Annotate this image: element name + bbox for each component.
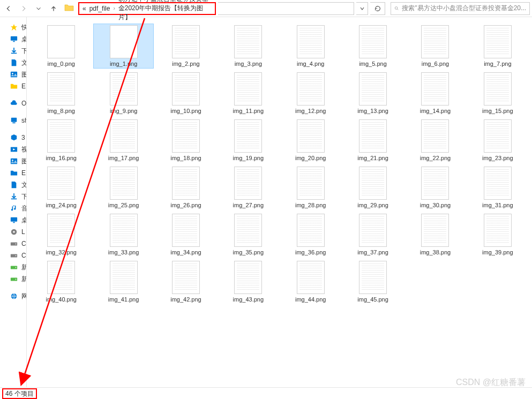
- breadcrumb-tail[interactable]: [218, 2, 354, 15]
- sidebar-item[interactable]: 下: [0, 45, 26, 57]
- sidebar-item[interactable]: E: [0, 80, 26, 92]
- sidebar-item[interactable]: sh: [0, 115, 26, 126]
- file-item[interactable]: img_35.png: [218, 212, 278, 257]
- file-item[interactable]: img_17.png: [93, 118, 153, 163]
- file-name: img_4.png: [297, 61, 324, 67]
- file-item[interactable]: img_25.png: [93, 165, 153, 210]
- sidebar-item[interactable]: O: [0, 97, 26, 109]
- sidebar-item[interactable]: 图: [0, 69, 26, 80]
- sidebar-item[interactable]: 视: [0, 144, 26, 155]
- file-item[interactable]: img_16.png: [31, 118, 91, 163]
- sidebar-item[interactable]: 文: [0, 179, 26, 191]
- file-item[interactable]: img_15.png: [468, 71, 528, 116]
- navigation-pane[interactable]: 快桌下文图EOsh3视图E文下音桌LCC新新网: [0, 17, 27, 387]
- file-item[interactable]: img_9.png: [93, 71, 153, 116]
- sidebar-item[interactable]: 文: [0, 57, 26, 69]
- back-button[interactable]: [2, 2, 15, 15]
- file-item[interactable]: img_40.png: [31, 259, 91, 304]
- sidebar-item-label: E: [21, 82, 26, 90]
- file-list[interactable]: img_0.pngimg_1.pngimg_2.pngimg_3.pngimg_…: [27, 17, 532, 387]
- breadcrumb-parent[interactable]: pdf_file: [89, 5, 110, 12]
- file-item[interactable]: img_4.png: [281, 24, 341, 69]
- breadcrumb[interactable]: « pdf_file › 易方达中小盘混合型证券投资基金2020年中期报告【转换…: [78, 2, 216, 15]
- file-item[interactable]: img_11.png: [218, 71, 278, 116]
- sidebar-item[interactable]: 快: [0, 21, 26, 33]
- file-item[interactable]: img_3.png: [218, 24, 278, 69]
- file-thumbnail: [421, 214, 449, 247]
- sidebar-item-label: 音: [21, 204, 27, 213]
- sidebar-item[interactable]: 桌: [0, 33, 26, 45]
- file-item[interactable]: img_44.png: [281, 259, 341, 304]
- file-item[interactable]: img_20.png: [281, 118, 341, 163]
- file-item[interactable]: img_45.png: [343, 259, 403, 304]
- folder-icon: [10, 169, 18, 177]
- forward-button[interactable]: [17, 2, 30, 15]
- file-item[interactable]: img_18.png: [156, 118, 216, 163]
- file-item[interactable]: img_38.png: [405, 212, 465, 257]
- file-item[interactable]: img_43.png: [218, 259, 278, 304]
- sidebar-item[interactable]: L: [0, 226, 26, 238]
- file-item[interactable]: img_22.png: [405, 118, 465, 163]
- sidebar-item-label: E: [21, 169, 26, 177]
- file-item[interactable]: img_29.png: [343, 165, 403, 210]
- sidebar-item[interactable]: 音: [0, 202, 26, 214]
- file-name: img_44.png: [295, 296, 326, 303]
- sidebar-item[interactable]: 下: [0, 191, 26, 202]
- file-item[interactable]: img_8.png: [31, 71, 91, 116]
- svg-rect-10: [11, 159, 17, 164]
- file-item[interactable]: img_34.png: [156, 212, 216, 257]
- sidebar-item-label: C: [21, 240, 26, 247]
- file-thumbnail: [47, 25, 75, 58]
- file-name: img_9.png: [110, 108, 137, 114]
- file-item[interactable]: img_13.png: [343, 71, 403, 116]
- file-item[interactable]: img_36.png: [281, 212, 341, 257]
- file-item[interactable]: img_21.png: [343, 118, 403, 163]
- sidebar-item[interactable]: 3: [0, 132, 26, 144]
- file-item[interactable]: img_37.png: [343, 212, 403, 257]
- sidebar-item[interactable]: 桌: [0, 214, 26, 226]
- file-item[interactable]: img_23.png: [468, 118, 528, 163]
- file-item[interactable]: img_33.png: [93, 212, 153, 257]
- file-item[interactable]: img_42.png: [156, 259, 216, 304]
- sidebar-item-label: 3: [21, 134, 25, 141]
- file-item[interactable]: img_28.png: [281, 165, 341, 210]
- file-item[interactable]: img_6.png: [405, 24, 465, 69]
- sidebar-item[interactable]: 新: [0, 261, 26, 273]
- file-item[interactable]: img_0.png: [31, 24, 91, 69]
- sidebar-item[interactable]: 图: [0, 155, 26, 167]
- up-button[interactable]: [47, 2, 60, 15]
- file-name: img_10.png: [170, 108, 201, 114]
- sidebar-item[interactable]: 网: [0, 290, 26, 302]
- file-item[interactable]: img_31.png: [468, 165, 528, 210]
- file-item[interactable]: img_2.png: [156, 24, 216, 69]
- sidebar-item[interactable]: C: [0, 238, 26, 250]
- file-item[interactable]: img_5.png: [343, 24, 403, 69]
- file-item[interactable]: img_39.png: [468, 212, 528, 257]
- file-item[interactable]: img_24.png: [31, 165, 91, 210]
- file-item[interactable]: img_1.png: [93, 24, 153, 69]
- file-name: img_24.png: [46, 202, 77, 208]
- sidebar-item[interactable]: C: [0, 250, 26, 261]
- file-item[interactable]: img_19.png: [218, 118, 278, 163]
- file-name: img_32.png: [46, 249, 77, 255]
- file-item[interactable]: img_26.png: [156, 165, 216, 210]
- breadcrumb-dropdown[interactable]: [356, 2, 368, 15]
- file-item[interactable]: img_10.png: [156, 71, 216, 116]
- search-input[interactable]: 搜索"易方达中小盘混合型证券投资基金20...: [391, 2, 530, 15]
- file-item[interactable]: img_12.png: [281, 71, 341, 116]
- file-item[interactable]: img_14.png: [405, 71, 465, 116]
- file-thumbnail: [359, 167, 387, 200]
- sidebar-item[interactable]: E: [0, 167, 26, 179]
- svg-line-1: [398, 9, 399, 10]
- file-item[interactable]: img_30.png: [405, 165, 465, 210]
- file-thumbnail: [172, 261, 200, 294]
- refresh-button[interactable]: [370, 2, 385, 15]
- file-item[interactable]: img_7.png: [468, 24, 528, 69]
- file-thumbnail: [359, 119, 387, 153]
- sidebar-item[interactable]: 新: [0, 273, 26, 285]
- file-item[interactable]: img_41.png: [93, 259, 153, 304]
- file-item[interactable]: img_27.png: [218, 165, 278, 210]
- picture-icon: [10, 70, 18, 79]
- recent-dropdown[interactable]: [32, 2, 45, 15]
- file-item[interactable]: img_32.png: [31, 212, 91, 257]
